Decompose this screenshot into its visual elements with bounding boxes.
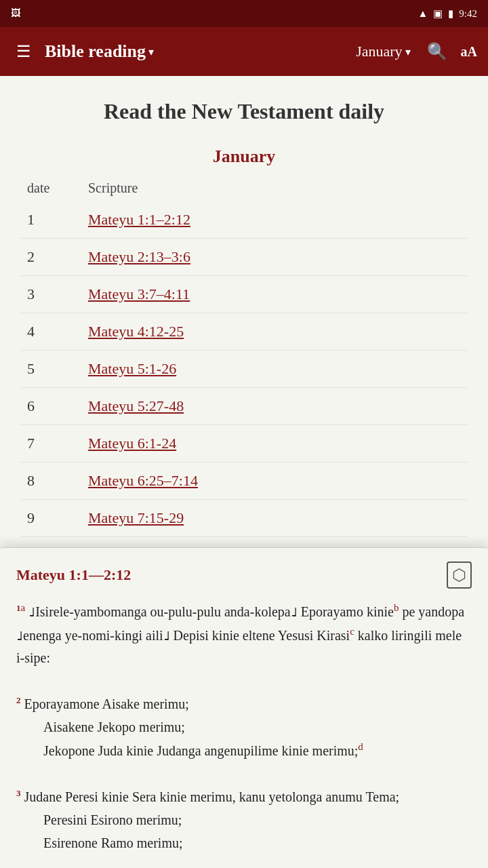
popup-title: Mateyu 1:1—2:12: [16, 566, 131, 584]
table-row: 6 Mateyu 5:27-48: [20, 388, 468, 425]
scripture-link[interactable]: Mateyu 5:27-48: [88, 397, 184, 415]
ref-a[interactable]: a: [21, 602, 26, 613]
verse-3-number: 3: [16, 788, 21, 798]
signal-icon: ▣: [433, 7, 443, 20]
month-dropdown[interactable]: January ▾: [356, 43, 410, 60]
row-date: 4: [27, 323, 68, 340]
main-content: Read the New Testament daily January dat…: [0, 76, 488, 868]
nav-icons: 🔍 aA: [427, 42, 477, 61]
clock: 9:42: [459, 8, 477, 20]
ref-d[interactable]: d: [358, 741, 363, 752]
scripture-link[interactable]: Mateyu 6:25–7:14: [88, 472, 198, 490]
row-date: 3: [27, 285, 68, 303]
battery-icon: ▮: [448, 7, 453, 20]
scripture-link[interactable]: Mateyu 2:13–3:6: [88, 248, 190, 266]
row-date: 5: [27, 360, 68, 378]
row-date: 8: [27, 472, 68, 490]
verse-2-line2: Jekopone Juda kinie Judanga angenupilime…: [16, 738, 472, 762]
table-row: 8 Mateyu 6:25–7:14: [20, 462, 468, 500]
month-dropdown-arrow: ▾: [405, 45, 411, 58]
popup-header: Mateyu 1:1—2:12 ⬡: [16, 561, 472, 589]
table-row: 3 Mateyu 3:7–4:11: [20, 276, 468, 313]
verse-2-number: 2: [16, 696, 21, 706]
table-row: 1 Mateyu 1:1–2:12: [20, 201, 468, 239]
table-row: 7 Mateyu 6:1-24: [20, 425, 468, 462]
verse-2-line1: Aisakene Jekopo merimu;: [16, 715, 472, 738]
month-label: January: [356, 43, 402, 60]
ref-c[interactable]: c: [350, 626, 354, 637]
table-row: 5 Mateyu 5:1-26: [20, 351, 468, 388]
scripture-column-header: Scripture: [88, 180, 461, 196]
scripture-link[interactable]: Mateyu 6:1-24: [88, 435, 176, 452]
row-date: 2: [27, 248, 68, 266]
reading-table: date Scripture 1 Mateyu 1:1–2:12 2 Matey…: [0, 178, 488, 612]
image-icon: 🖼: [11, 8, 20, 19]
row-date: 6: [27, 397, 68, 415]
status-right: ▲ ▣ ▮ 9:42: [418, 7, 477, 20]
app-title: Bible reading: [45, 41, 146, 62]
page-title: Read the New Testament daily: [0, 76, 488, 140]
table-header: date Scripture: [20, 178, 468, 201]
font-size-icon[interactable]: aA: [461, 44, 477, 60]
search-icon[interactable]: 🔍: [427, 42, 447, 61]
month-heading: January: [0, 140, 488, 178]
row-date: 9: [27, 509, 68, 527]
verse-3-line2: Esirenone Ramo merimu;: [16, 831, 472, 854]
scripture-link[interactable]: Mateyu 4:12-25: [88, 323, 184, 340]
verse-3-line1: Peresini Esirono merimu;: [16, 808, 472, 831]
external-link-icon[interactable]: ⬡: [447, 561, 472, 589]
ref-b[interactable]: b: [394, 602, 399, 613]
scripture-link[interactable]: Mateyu 1:1–2:12: [88, 211, 190, 229]
popup-text: 1a ˩Isirele-yambomanga ou-pulu-pulu anda…: [16, 599, 472, 854]
verse-3: 3 Judane Peresi kinie Sera kinie merimu,…: [16, 785, 472, 808]
title-dropdown-arrow: ▾: [148, 45, 154, 58]
scripture-link[interactable]: Mateyu 5:1-26: [88, 360, 176, 378]
table-row: 9 Mateyu 7:15-29: [20, 500, 468, 537]
status-left: 🖼: [11, 8, 20, 19]
popup-panel: Mateyu 1:1—2:12 ⬡ 1a ˩Isirele-yambomanga…: [0, 547, 488, 868]
table-row: 4 Mateyu 4:12-25: [20, 313, 468, 351]
nav-bar: ☰ Bible reading ▾ January ▾ 🔍 aA: [0, 27, 488, 76]
status-bar: 🖼 ▲ ▣ ▮ 9:42: [0, 0, 488, 27]
table-row: 2 Mateyu 2:13–3:6: [20, 239, 468, 276]
row-date: 7: [27, 435, 68, 452]
verse-2: 2 Eporayamone Aisake merimu;: [16, 692, 472, 715]
title-dropdown[interactable]: Bible reading ▾: [45, 41, 348, 62]
hamburger-menu-icon[interactable]: ☰: [11, 37, 37, 66]
scripture-link[interactable]: Mateyu 3:7–4:11: [88, 285, 190, 303]
row-date: 1: [27, 211, 68, 229]
verse-1: 1a ˩Isirele-yambomanga ou-pulu-pulu anda…: [16, 599, 472, 669]
wifi-icon: ▲: [418, 8, 428, 20]
date-column-header: date: [27, 180, 68, 196]
scripture-link[interactable]: Mateyu 7:15-29: [88, 509, 184, 527]
